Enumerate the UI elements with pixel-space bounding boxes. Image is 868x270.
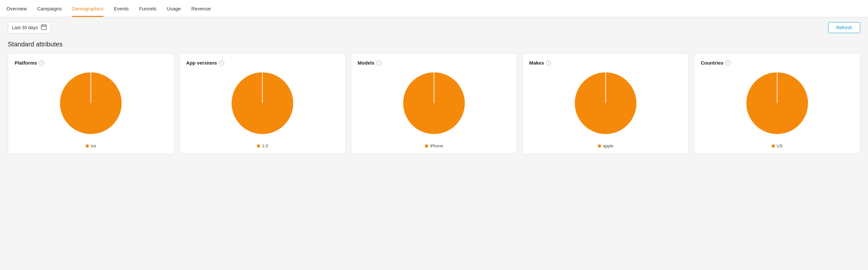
legend-dot-countries [772,144,775,148]
tab-overview[interactable]: Overview [6,0,27,17]
card-title-models: Models [358,60,375,65]
pie-chart-makes [573,71,638,136]
tab-events[interactable]: Events [114,0,129,17]
nav-tabs: OverviewCampaignsDemographicsEventsFunne… [0,0,868,17]
pie-chart-platforms [58,71,123,136]
date-picker[interactable]: Last 30 days [8,22,51,33]
legend-dot-app-versions [257,144,260,148]
card-title-app-versions: App versions [186,60,217,65]
tab-demographics[interactable]: Demographics [72,0,103,17]
card-title-platforms: Platforms [14,60,37,65]
legend-label-platforms: ios [91,144,96,148]
legend-countries: US [772,144,783,148]
legend-label-makes: apple [603,144,613,148]
legend-makes: apple [598,144,613,148]
pie-chart-models [402,71,466,136]
legend-dot-models [425,144,428,148]
card-title-makes: Makes [529,60,544,65]
legend-label-app-versions: 1.0 [262,144,268,148]
legend-label-models: iPhone [430,144,443,148]
refresh-button[interactable]: Refresh [828,22,860,33]
tab-campaigns[interactable]: Campaigns [37,0,62,17]
info-icon-platforms[interactable]: i [39,60,44,65]
chart-card-makes: Makesiapple [522,53,689,154]
toolbar: Last 30 days Refresh [0,17,868,38]
charts-container: PlatformsiiosApp versionsi1.0ModelsiiPho… [0,53,868,161]
tab-funnels[interactable]: Funnels [139,0,156,17]
legend-app-versions: 1.0 [257,144,268,148]
legend-label-countries: US [777,144,783,148]
tab-usage[interactable]: Usage [167,0,181,17]
chart-card-models: ModelsiiPhone [351,53,517,154]
pie-chart-countries [745,71,810,136]
pie-chart-app-versions [230,71,295,136]
chart-card-countries: CountriesiUS [694,53,860,154]
info-icon-countries[interactable]: i [725,60,731,65]
info-icon-models[interactable]: i [376,60,381,65]
chart-card-platforms: Platformsiios [8,53,174,154]
legend-models: iPhone [425,144,443,148]
legend-dot-makes [598,144,601,148]
card-title-countries: Countries [701,60,723,65]
legend-platforms: ios [86,144,96,148]
date-range-text: Last 30 days [12,25,38,30]
tab-revenue[interactable]: Revenue [191,0,211,17]
legend-dot-platforms [86,144,89,148]
section-heading: Standard attributes [0,38,868,53]
calendar-icon [41,24,47,31]
info-icon-makes[interactable]: i [546,60,551,65]
svg-rect-0 [41,25,46,30]
chart-card-app-versions: App versionsi1.0 [179,53,346,154]
info-icon-app-versions[interactable]: i [219,60,224,65]
